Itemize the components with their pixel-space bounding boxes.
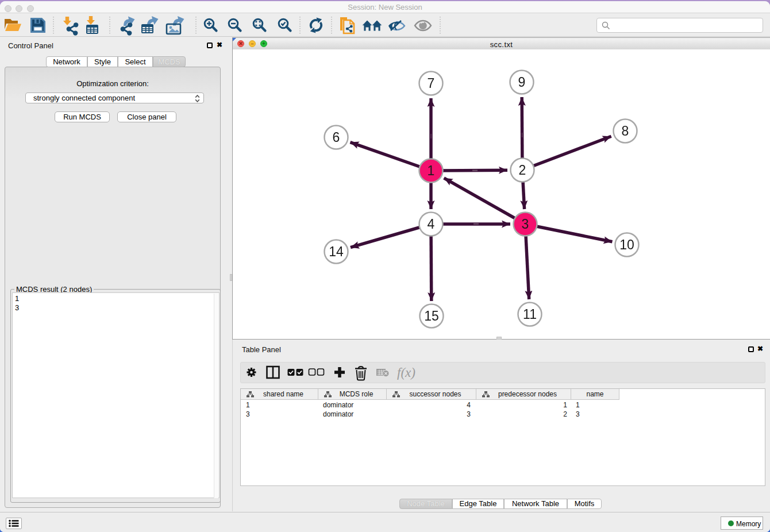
svg-text:7: 7 [428, 76, 435, 91]
svg-text:4: 4 [428, 217, 435, 232]
svg-text:6: 6 [333, 130, 340, 145]
svg-text:10: 10 [619, 237, 634, 252]
svg-text:f(x): f(x) [397, 365, 415, 380]
svg-text:8: 8 [622, 124, 629, 138]
svg-text:15: 15 [424, 309, 439, 323]
svg-text:3: 3 [522, 217, 529, 232]
svg-text:14: 14 [329, 244, 344, 259]
svg-text:9: 9 [518, 75, 526, 90]
svg-text:1: 1 [428, 163, 435, 178]
svg-text:11: 11 [523, 307, 537, 322]
svg-text:2: 2 [519, 163, 526, 178]
